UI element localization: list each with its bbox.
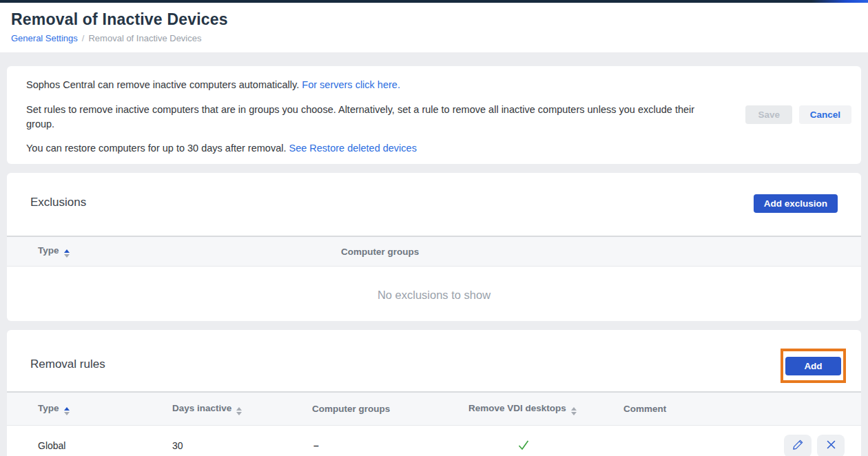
info-panel: Sophos Central can remove inactive compu… [7, 66, 861, 164]
add-button-highlight-box: Add [781, 349, 846, 383]
page-title: Removal of Inactive Devices [11, 10, 857, 29]
sort-icon [236, 407, 242, 415]
edit-rule-button[interactable] [784, 435, 812, 456]
rules-column-computer-groups: Computer groups [312, 404, 468, 414]
rules-column-remove-vdi[interactable]: Remove VDI desktops [468, 403, 623, 415]
removal-rules-panel: Removal rules Add Type Days inactive Com… [7, 330, 861, 456]
exclusions-table-header: Type Computer groups [7, 236, 861, 267]
close-icon [826, 439, 836, 452]
breadcrumb-separator: / [82, 33, 85, 43]
column-label: Type [38, 245, 59, 256]
servers-link[interactable]: For servers click here. [302, 79, 400, 90]
sort-icon [64, 249, 70, 258]
rules-column-days-inactive[interactable]: Days inactive [172, 403, 312, 415]
rules-column-type[interactable]: Type [38, 403, 172, 415]
exclusions-column-computer-groups: Computer groups [341, 247, 861, 257]
add-exclusion-button[interactable]: Add exclusion [754, 194, 838, 213]
column-label: Computer groups [341, 247, 419, 257]
page-header: Removal of Inactive Devices General Sett… [0, 3, 868, 52]
exclusions-panel: Exclusions Add exclusion Type Computer g… [7, 173, 861, 321]
restore-deleted-devices-link[interactable]: See Restore deleted devices [289, 143, 417, 154]
table-row: Global 30 – [7, 426, 861, 456]
column-label: Comment [623, 404, 666, 414]
breadcrumb: General Settings/Removal of Inactive Dev… [11, 33, 857, 43]
rule-days-inactive-cell: 30 [172, 440, 312, 451]
info-line-3: You can restore computers for up to 30 d… [26, 141, 723, 156]
info-line-1-text: Sophos Central can remove inactive compu… [26, 79, 299, 90]
column-label: Type [38, 403, 59, 413]
cancel-button[interactable]: Cancel [799, 105, 851, 124]
info-line-3-text: You can restore computers for up to 30 d… [26, 143, 286, 154]
save-button[interactable]: Save [745, 105, 792, 124]
column-label: Days inactive [172, 403, 231, 413]
info-line-1: Sophos Central can remove inactive compu… [26, 78, 723, 92]
column-label: Computer groups [312, 404, 390, 414]
add-rule-button[interactable]: Add [785, 357, 841, 375]
sort-icon [64, 407, 70, 415]
breadcrumb-current: Removal of Inactive Devices [88, 33, 201, 43]
pencil-icon [792, 439, 804, 453]
removal-rules-table-header: Type Days inactive Computer groups Remov… [7, 391, 861, 426]
info-line-2: Set rules to remove inactive computers t… [26, 103, 723, 132]
removal-rules-title: Removal rules [30, 357, 105, 371]
rule-remove-vdi-cell [468, 438, 623, 454]
rule-type-cell: Global [38, 440, 172, 451]
check-icon [517, 443, 530, 454]
exclusions-section-head: Exclusions Add exclusion [7, 173, 861, 236]
breadcrumb-link-general-settings[interactable]: General Settings [11, 33, 78, 43]
exclusions-column-type[interactable]: Type [38, 245, 341, 258]
delete-rule-button[interactable] [817, 435, 845, 456]
sort-icon [571, 407, 577, 415]
rules-column-comment: Comment [623, 404, 751, 414]
column-label: Remove VDI desktops [468, 403, 566, 413]
removal-rules-section-head: Removal rules Add [7, 330, 861, 391]
exclusions-empty-state: No exclusions to show [7, 267, 861, 302]
rule-computer-groups-cell: – [312, 440, 468, 451]
row-actions [751, 435, 861, 456]
exclusions-title: Exclusions [30, 196, 86, 209]
